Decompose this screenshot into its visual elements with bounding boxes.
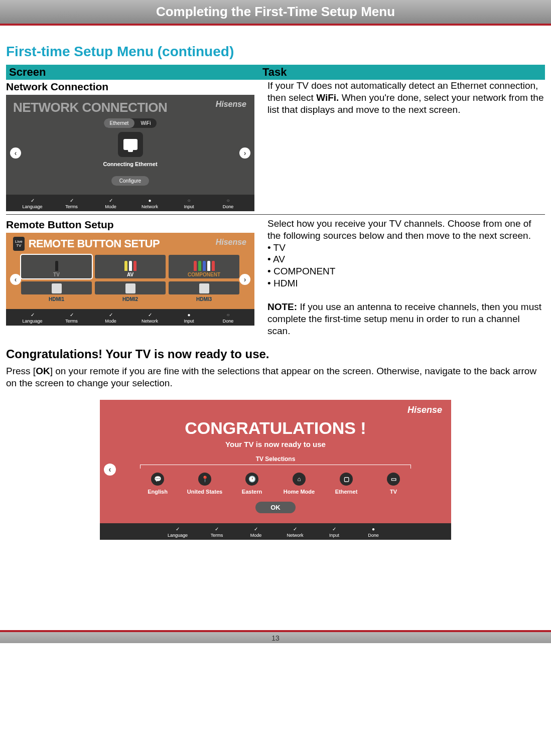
page-header: Completing the First-Time Setup Menu [0,0,551,26]
step-check-icon [202,526,232,532]
step-check-icon [319,526,349,532]
selection-network: ▢Ethernet [326,473,366,495]
configure-button[interactable]: Configure [111,176,149,186]
congrats-body: Press [OK] on your remote if you are fin… [6,365,545,390]
step-check-icon [280,526,310,532]
live-tv-badge: LiveTV [13,237,25,251]
step-current-icon [174,312,204,318]
net-toggle: Ethernet WiFi [13,118,247,128]
source-tv[interactable]: TV [21,255,92,278]
tv-title: REMOTE BUTTON SETUP [29,237,160,250]
step-check-icon [96,312,126,318]
source-hdmi2[interactable]: HDMI2 [95,281,166,305]
screen-label: Network Connection [6,81,259,93]
selection-language: 💬English [137,473,178,495]
progress-bar: Language Terms Mode Network Input Done [6,195,254,211]
congrats-title: CONGRATULATIONS ! [100,418,451,438]
source-hdmi1[interactable]: HDMI1 [21,281,92,305]
brand-logo: Hisense [100,400,451,415]
tv-screenshot-congrats: Hisense CONGRATULATIONS ! Your TV is now… [100,400,451,540]
tv-screenshot-remote: LiveTV REMOTE BUTTON SETUP Hisense TV AV [6,233,254,326]
brand-logo: Hisense [216,100,246,109]
page-number: 13 [0,632,551,642]
step-check-icon [96,198,126,203]
hdmi-plug-icon [52,283,62,293]
toggle-ethernet[interactable]: Ethernet [104,118,135,128]
selection-timezone: 🕐Eastern [232,473,272,495]
clock-icon: 🕐 [245,473,258,486]
progress-bar: Language Terms Mode Network Input Done [6,309,254,326]
step-check-icon [241,526,271,532]
source-component[interactable]: COMPONENT [169,255,239,278]
selection-location: 📍United States [185,473,225,495]
col-header-task: Task [262,66,542,79]
task-text: Select how you receive your TV channels.… [259,218,545,337]
task-text: If your TV does not automatically detect… [259,80,545,211]
table-row: Network Connection NETWORK CONNECTION Hi… [6,80,545,215]
nav-right-icon[interactable]: › [239,274,250,285]
tv-icon: ▭ [387,473,400,486]
header-title: Completing the First-Time Setup Menu [156,4,395,19]
hdmi-plug-icon [125,283,135,293]
hdmi-plug-icon [199,283,209,293]
speech-icon: 💬 [151,473,164,486]
selections-label: TV Selections [100,456,451,463]
ok-button[interactable]: OK [255,502,296,513]
selection-mode: ⌂Home Mode [279,473,319,495]
pin-icon: 📍 [198,473,211,486]
step-check-icon [18,198,48,203]
ethernet-port-icon [118,132,143,157]
step-current-icon [135,198,165,203]
section-title: First-time Setup Menu (continued) [6,44,545,60]
toggle-wifi[interactable]: WiFi [134,118,157,128]
tv-screenshot-network: NETWORK CONNECTION Hisense Ethernet WiFi… [6,95,254,211]
screen-label: Remote Button Setup [6,219,259,231]
source-hdmi3[interactable]: HDMI3 [169,281,239,305]
brand-logo: Hisense [216,238,246,247]
selection-input: ▭TV [373,473,414,495]
col-header-screen: Screen [9,66,262,79]
nav-left-icon[interactable]: ‹ [10,274,21,285]
congrats-heading: Congratulations! Your TV is now ready to… [6,347,545,361]
source-av[interactable]: AV [95,255,166,278]
connection-status: Connecting Ethernet [13,161,247,167]
nav-right-icon[interactable]: › [239,147,250,159]
bracket-line [140,465,411,469]
home-icon: ⌂ [293,473,306,486]
nav-left-icon[interactable]: ‹ [104,464,116,476]
table-row: Remote Button Setup LiveTV REMOTE BUTTON… [6,218,545,340]
nav-left-icon[interactable]: ‹ [10,147,21,159]
progress-bar: Language Terms Mode Network Input Done [100,523,451,540]
step-current-icon [358,526,388,532]
step-check-icon [57,198,87,203]
ethernet-icon: ▢ [340,473,353,486]
step-pending-icon [213,312,243,318]
step-pending-icon [174,198,204,203]
step-pending-icon [213,198,243,203]
tv-title: NETWORK CONNECTION [13,100,247,115]
step-check-icon [135,312,165,318]
table-header: Screen Task [6,65,545,80]
page-footer: 13 [0,630,551,643]
step-check-icon [57,312,87,318]
congrats-subtitle: Your TV is now ready to use [100,440,451,448]
step-check-icon [18,312,48,318]
step-check-icon [163,526,193,532]
